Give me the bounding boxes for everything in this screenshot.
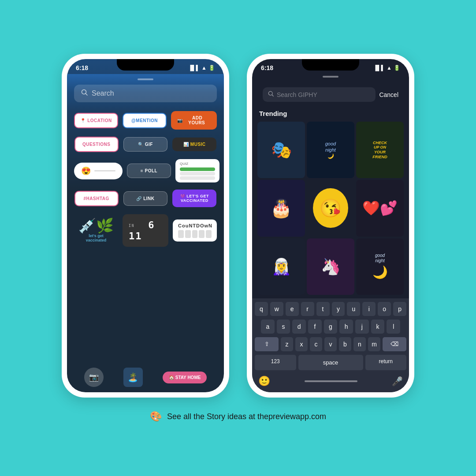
countdown-squares bbox=[178, 230, 212, 238]
kb-row-2: a s d f g h j k l bbox=[255, 320, 406, 334]
wifi-icon-2: ▲ bbox=[387, 65, 392, 71]
moon-icon: 🌙 bbox=[372, 265, 388, 279]
key-n[interactable]: n bbox=[353, 337, 366, 351]
music-bars-icon: 📊 bbox=[183, 142, 189, 147]
sticker-thumb[interactable]: 🏝️ bbox=[123, 368, 143, 387]
sticker-row-2: QUESTIONS 🔍 GIF 📊 MUSIC bbox=[74, 137, 217, 152]
search-icon-giphy bbox=[268, 91, 274, 98]
kiss-emoji-icon: 😘 bbox=[320, 198, 342, 219]
return-key[interactable]: return bbox=[365, 355, 407, 370]
sticker-hashtag[interactable]: #HASHTAG bbox=[74, 191, 119, 206]
sticker-addyours[interactable]: 📷 ADD YOURS bbox=[171, 111, 217, 130]
phone-1-screen: 6:18 ▐▌▌ ▲ 🔋 bbox=[67, 59, 224, 392]
giphy-cell-9[interactable]: goodnight 🌙 bbox=[356, 238, 404, 295]
delete-key[interactable]: ⌫ bbox=[383, 337, 406, 351]
goodnight-text: goodnight🌙 bbox=[325, 141, 336, 160]
footer-text: See all the Story ideas at thepreviewapp… bbox=[167, 412, 326, 421]
giphy-cell-5[interactable]: 😘 bbox=[313, 188, 348, 228]
key-m[interactable]: m bbox=[368, 337, 380, 351]
phone-2: 6:18 ▐▌▌ ▲ 🔋 bbox=[247, 54, 414, 398]
key-l[interactable]: l bbox=[387, 320, 400, 334]
key-h[interactable]: h bbox=[339, 320, 353, 334]
sticker-emoji-slider[interactable]: 😍 bbox=[74, 163, 123, 179]
key-f[interactable]: f bbox=[308, 320, 322, 334]
giphy-cell-7[interactable]: 🧝‍♀️ bbox=[257, 238, 305, 295]
sticker-poll[interactable]: ≡ POLL bbox=[127, 164, 171, 178]
giphy-cell-4[interactable]: 🎂 bbox=[257, 180, 305, 236]
key-z[interactable]: z bbox=[281, 337, 293, 351]
key-u[interactable]: u bbox=[347, 302, 360, 316]
quiz-label: QUIZ bbox=[180, 162, 215, 166]
giphy-search-area: Search GIPHY Cancel bbox=[257, 84, 404, 105]
keyboard: q w e r t y u i o p a s d f g bbox=[252, 298, 409, 392]
search-gif-icon: 🔍 bbox=[138, 142, 144, 147]
key-g[interactable]: g bbox=[324, 320, 338, 334]
unicorn-icon: 🦄 bbox=[321, 257, 341, 276]
emoji-key[interactable]: 🙂 bbox=[258, 376, 270, 387]
key-d[interactable]: d bbox=[292, 320, 306, 334]
sticker-row-1: 📍 LOCATION @MENTION 📷 ADD YOURS bbox=[74, 111, 217, 130]
key-r[interactable]: r bbox=[301, 302, 314, 316]
key-i[interactable]: i bbox=[362, 302, 376, 316]
kb-row-4: 123 space return bbox=[255, 355, 406, 370]
search-bar-1[interactable]: Search bbox=[74, 85, 217, 102]
key-w[interactable]: w bbox=[270, 302, 283, 316]
key-y[interactable]: y bbox=[332, 302, 345, 316]
preview-logo: 🎨 bbox=[150, 411, 162, 422]
footer: 🎨 See all the Story ideas at thepreviewa… bbox=[150, 411, 326, 422]
key-s[interactable]: s bbox=[277, 320, 290, 334]
key-j[interactable]: j bbox=[355, 320, 369, 334]
key-x[interactable]: x bbox=[295, 337, 308, 351]
quiz-option-2 bbox=[180, 172, 215, 175]
numbers-key[interactable]: 123 bbox=[255, 355, 296, 370]
cake-icon: 🎂 bbox=[270, 198, 292, 219]
giphy-cell-2[interactable]: goodnight🌙 bbox=[307, 122, 354, 178]
key-p[interactable]: p bbox=[393, 302, 406, 316]
sticker-countdown-digital[interactable]: IN 6 11 bbox=[123, 214, 168, 247]
giphy-cell-3[interactable]: CHECKUP ONYOURFRIEND bbox=[356, 122, 404, 178]
shift-key[interactable]: ⇧ bbox=[255, 337, 279, 351]
notch-1 bbox=[117, 59, 174, 71]
sticker-vaccinated[interactable]: 💜 LET'S GETVACCINATED bbox=[172, 190, 216, 207]
sq-5 bbox=[206, 230, 212, 238]
sticker-link[interactable]: 🔗 LINK bbox=[123, 191, 167, 206]
key-k[interactable]: k bbox=[371, 320, 385, 334]
key-q[interactable]: q bbox=[255, 302, 268, 316]
key-t[interactable]: t bbox=[316, 302, 330, 316]
signal-icon: ▐▌▌ bbox=[189, 65, 200, 71]
good-night-moon: goodnight 🌙 bbox=[372, 253, 388, 280]
sticker-location[interactable]: 📍 LOCATION bbox=[74, 113, 118, 128]
stay-home-sticker[interactable]: 🏠 STAY HOME bbox=[163, 372, 207, 383]
kb-row-1: q w e r t y u i o p bbox=[255, 302, 406, 316]
sticker-gif[interactable]: 🔍 GIF bbox=[123, 137, 167, 152]
vaccine-sticker[interactable]: 💉🌿 let's getvaccinated bbox=[74, 219, 118, 242]
key-c[interactable]: c bbox=[310, 337, 322, 351]
key-b[interactable]: b bbox=[339, 337, 351, 351]
sticker-countdown-label[interactable]: CouNTDOwN bbox=[173, 219, 217, 242]
giphy-cell-6[interactable]: ❤️💕 bbox=[356, 180, 404, 236]
sticker-mention[interactable]: @MENTION bbox=[123, 113, 167, 128]
countdown-prefix: IN bbox=[129, 224, 135, 228]
hearts-icon: ❤️💕 bbox=[362, 200, 398, 216]
key-o[interactable]: o bbox=[378, 302, 391, 316]
sticker-questions[interactable]: QUESTIONS bbox=[74, 137, 119, 152]
status-icons-2: ▐▌▌ ▲ 🔋 bbox=[374, 65, 400, 71]
camera-button[interactable]: 📷 bbox=[84, 368, 104, 387]
key-a[interactable]: a bbox=[261, 320, 275, 334]
phone1-bottom-bar: 📷 🏝️ 🏠 STAY HOME bbox=[67, 364, 224, 392]
kb-bottom-row: 🙂 🎤 bbox=[255, 374, 406, 390]
giphy-cell-8[interactable]: 🦄 bbox=[307, 238, 354, 295]
space-key[interactable]: space bbox=[298, 355, 363, 370]
giphy-search-input[interactable]: Search GIPHY bbox=[263, 87, 376, 102]
giphy-cancel-button[interactable]: Cancel bbox=[379, 91, 398, 98]
wifi-icon: ▲ bbox=[201, 65, 207, 71]
mic-key[interactable]: 🎤 bbox=[392, 376, 403, 387]
key-e[interactable]: e bbox=[286, 302, 299, 316]
search-placeholder-1: Search bbox=[92, 89, 114, 97]
sticker-music[interactable]: 📊 MUSIC bbox=[172, 138, 216, 151]
giphy-cell-1[interactable]: 🎭 bbox=[257, 122, 305, 178]
giphy-grid: 🎭 goodnight🌙 CHECKUP ONYOURFRIEND 🎂 😘 bbox=[252, 122, 409, 295]
sticker-quiz[interactable]: QUIZ bbox=[175, 159, 219, 182]
key-v[interactable]: v bbox=[324, 337, 337, 351]
kb-row-3: ⇧ z x c v b n m ⌫ bbox=[255, 337, 406, 351]
